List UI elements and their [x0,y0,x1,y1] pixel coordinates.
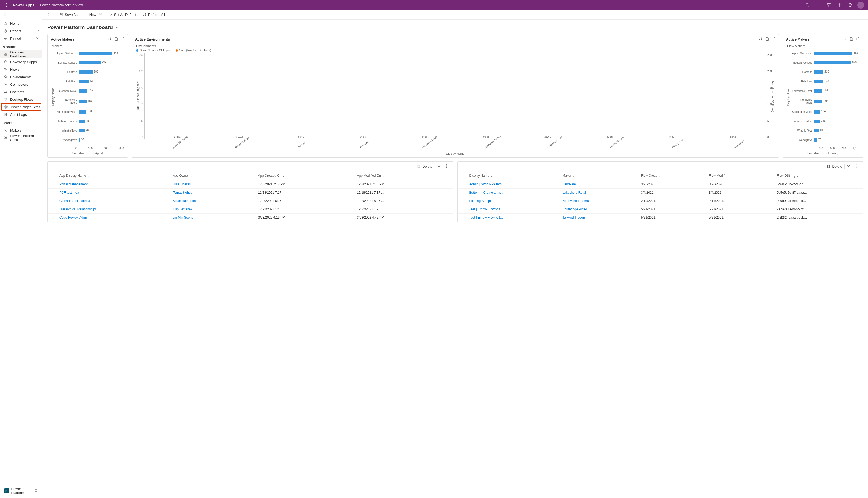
column-header[interactable]: Flow Creat…⌄ [638,171,706,180]
sidebar-item-connectors[interactable]: Connectors [0,81,42,88]
sidebar-item-powerapps-apps[interactable]: PowerApps Apps [0,58,42,66]
select-all[interactable] [48,171,57,180]
row-checkbox[interactable] [458,188,466,197]
row-checkbox[interactable] [48,205,57,213]
column-header[interactable]: Maker⌄ [560,171,638,180]
waffle-icon[interactable] [2,1,11,9]
bar[interactable] [79,138,80,142]
sidebar-item-power-platform-users[interactable]: Power Platform Users [0,134,42,142]
column-header[interactable]: FlowIDString⌄ [774,171,863,180]
row-checkbox[interactable] [458,213,466,222]
bar[interactable] [814,52,852,55]
cell[interactable]: Portal Management [57,180,170,188]
table-row[interactable]: Hierarchical RelationshipsFilip Safranek… [48,205,453,213]
bar[interactable] [79,129,84,132]
table-row[interactable]: Test | Empty Flow to t…Tailwind Traders5… [458,213,863,222]
set-default-button[interactable]: Set As Default [106,11,139,19]
chevron-down-icon[interactable] [847,164,851,169]
refresh-icon[interactable] [108,37,111,42]
bar[interactable] [79,89,87,93]
bar[interactable] [79,119,85,123]
select-all[interactable] [458,171,466,180]
table-row[interactable]: Test | Empty Flow to t…Southridge Video5… [458,205,863,213]
bar[interactable] [79,110,86,114]
table-row[interactable]: Code Review AdminJin-Min Seong3/23/2022 … [48,213,453,222]
column-header[interactable]: Display Name⌄ [466,171,560,180]
row-checkbox[interactable] [48,188,57,197]
cell[interactable]: Fabrikam [560,180,638,188]
filter-icon[interactable] [824,0,834,10]
delete-button[interactable]: Delete [417,165,433,168]
bar[interactable] [814,138,817,142]
sidebar-item-audit-logs[interactable]: Audit Logs [0,111,42,118]
export-icon[interactable] [765,37,769,42]
save-as-button[interactable]: Save As [57,11,80,19]
cell[interactable]: Button -> Create an a… [466,188,560,197]
avatar[interactable] [857,2,864,9]
sidebar-item-overview-dashboard[interactable]: Overview Dashboard [0,51,42,58]
row-checkbox[interactable] [48,197,57,205]
help-icon[interactable] [845,0,856,10]
row-checkbox[interactable] [48,180,57,188]
bar[interactable] [814,110,820,114]
bar[interactable] [79,80,89,83]
add-icon[interactable] [813,0,824,10]
more-icon[interactable] [853,164,860,169]
sidebar-item-makers[interactable]: Makers [0,127,42,134]
cell[interactable]: Northwind Traders [560,197,638,205]
cell[interactable]: Julia Linares [170,180,255,188]
bar[interactable] [814,61,851,64]
sidebar-item-home[interactable]: Home [0,19,42,27]
column-header[interactable]: Flow Modif…⌄ [706,171,774,180]
table-row[interactable]: Logging SampleNorthwind Traders2/10/2021… [458,197,863,205]
sidebar-item-desktop-flows[interactable]: Desktop Flows [0,96,42,103]
refresh-icon[interactable] [843,37,847,42]
hamburger-icon[interactable] [0,10,42,19]
cell[interactable]: Afifah Hairuddin [170,197,255,205]
new-button[interactable]: New [81,11,105,19]
bar[interactable] [814,119,820,123]
cell[interactable]: CodeFirstPcfTestMda [57,197,170,205]
column-header[interactable]: App Display Name⌄ [57,171,170,180]
row-checkbox[interactable] [48,213,57,222]
chevron-down-icon[interactable] [437,164,441,169]
refresh-button[interactable]: Refresh All [140,11,168,19]
bar[interactable] [814,89,822,93]
expand-icon[interactable] [772,37,775,42]
column-header[interactable]: App Owner⌄ [170,171,255,180]
more-icon[interactable] [443,164,450,169]
table-row[interactable]: PCF test mdaTomas Kohout12/18/2021 7:17 … [48,188,453,197]
column-header[interactable]: App Created On⌄ [255,171,354,180]
expand-icon[interactable] [856,37,860,42]
table-row[interactable]: Button -> Create an a…Lakeshore Retail3/… [458,188,863,197]
cell[interactable]: Logging Sample [466,197,560,205]
cell[interactable]: Jin-Min Seong [170,213,255,222]
sidebar-item-chatbots[interactable]: Chatbots [0,88,42,96]
bar[interactable] [814,70,824,74]
cell[interactable]: Tomas Kohout [170,188,255,197]
delete-button[interactable]: Delete [827,165,842,168]
sidebar-item-flows[interactable]: Flows [0,66,42,73]
row-checkbox[interactable] [458,197,466,205]
row-checkbox[interactable] [458,205,466,213]
column-header[interactable]: App Modified On⌄ [354,171,453,180]
sidebar-item-power-pages-sites[interactable]: Power Pages Sites [1,103,41,111]
cell[interactable]: Lakeshore Retail [560,188,638,197]
bar[interactable] [79,61,101,64]
sidebar-item-pinned[interactable]: Pinned [0,35,42,42]
expand-icon[interactable] [121,37,124,42]
environment-picker[interactable]: PP Power Platform [2,485,41,496]
bar[interactable] [79,52,112,55]
sidebar-item-recent[interactable]: Recent [0,27,42,35]
cell[interactable]: Tailwind Traders [560,213,638,222]
gear-icon[interactable] [834,0,845,10]
bar[interactable] [79,100,87,103]
table-row[interactable]: Portal ManagementJulia Linares12/8/2021 … [48,180,453,188]
row-checkbox[interactable] [458,180,466,188]
bar[interactable] [814,129,819,132]
cell[interactable]: Southridge Video [560,205,638,213]
sidebar-item-environments[interactable]: Environments [0,73,42,81]
cell[interactable]: Code Review Admin [57,213,170,222]
search-icon[interactable] [802,0,813,10]
export-icon[interactable] [114,37,118,42]
